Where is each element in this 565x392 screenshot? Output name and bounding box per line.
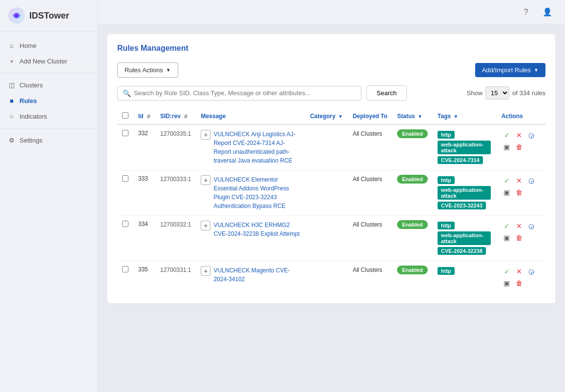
cell-tags: httpweb-application-attackCVE-2024-7314 [433,124,497,170]
action-row-1: ✓ ✕ ◶ [502,175,537,186]
help-icon[interactable]: ? [518,4,534,20]
archive-icon[interactable]: ◶ [526,266,537,277]
expand-button[interactable]: + [201,175,210,185]
sort-id-icon[interactable]: ⇵ [146,114,150,119]
user-icon[interactable]: 👤 [540,4,555,20]
th-tags: Tags ▼ [433,108,497,124]
action-row-1: ✓ ✕ ◶ [502,221,537,231]
action-icons: ✓ ✕ ◶ ▣ 🗑 [502,130,541,152]
search-bar: 🔍 Search Show 15 25 50 of 334 rules [117,85,545,101]
search-icon: 🔍 [123,89,131,97]
delete-icon[interactable]: 🗑 [514,187,524,198]
total-count: of 334 rules [512,89,545,97]
cell-actions: ✓ ✕ ◶ ▣ 🗑 [497,124,545,170]
select-all-checkbox[interactable] [122,112,128,119]
copy-icon[interactable]: ▣ [502,187,512,198]
tag[interactable]: http [438,222,455,229]
rules-table: Id ⇵ SID:rev ⇵ Message Category ▼ Deploy… [117,108,545,293]
show-label: Show [467,89,483,97]
expand-button[interactable]: + [201,130,210,140]
sidebar-item-indicators[interactable]: ○ Indicators [0,108,97,124]
copy-icon[interactable]: ▣ [502,232,512,243]
tag[interactable]: web-application-attack [438,141,491,154]
filter-tags-icon[interactable]: ▼ [454,114,459,119]
row-checkbox[interactable] [122,221,128,227]
disable-icon[interactable]: ✕ [514,175,524,186]
enable-icon[interactable]: ✓ [502,130,512,141]
status-badge: Enabled [397,175,428,184]
show-wrapper: Show 15 25 50 of 334 rules [467,86,545,100]
page-card: Rules Management Rules Actions ▼ Add/Imp… [107,34,555,303]
tag[interactable]: CVE-2024-32238 [438,247,486,255]
cell-actions: ✓ ✕ ◶ ▣ 🗑 [497,170,545,216]
action-icons: ✓ ✕ ◶ ▣ 🗑 [502,266,541,289]
indicators-icon: ○ [8,112,16,120]
tag[interactable]: web-application-attack [438,231,491,245]
row-checkbox[interactable] [122,130,128,136]
app-header: IDSTower [0,0,97,32]
archive-icon[interactable]: ◶ [526,221,537,231]
sidebar-item-rules-label: Rules [20,97,37,104]
message-text: VULNCHECK Anji Logistics AJ-Report CVE-2… [213,130,300,165]
cell-deployed: All Clusters [348,170,392,216]
sort-sid-icon[interactable]: ⇵ [184,114,188,119]
tag[interactable]: http [438,131,455,139]
rules-actions-button[interactable]: Rules Actions ▼ [117,62,178,78]
sidebar-item-rules[interactable]: ■ Rules [0,93,97,108]
search-input-wrap[interactable]: 🔍 [117,86,361,101]
delete-icon[interactable]: 🗑 [514,278,524,289]
delete-icon[interactable]: 🗑 [514,142,524,152]
delete-icon[interactable]: 🗑 [514,232,524,243]
disable-icon[interactable]: ✕ [514,266,524,277]
add-import-button[interactable]: Add/Import Rules ▼ [475,63,545,77]
cell-actions: ✓ ✕ ◶ ▣ 🗑 [497,216,545,261]
table-head: Id ⇵ SID:rev ⇵ Message Category ▼ Deploy… [117,108,545,124]
cell-category [305,170,348,216]
message-text: VULNCHECK H3C ERHMG2 CVE-2024-32238 Expl… [213,221,300,238]
th-checkbox [117,108,133,124]
tag[interactable]: CVE-2024-7314 [438,156,483,164]
enable-icon[interactable]: ✓ [502,175,512,186]
th-status: Status ▼ [392,108,433,124]
expand-button[interactable]: + [201,266,210,276]
search-button[interactable]: Search [366,85,407,101]
disable-icon[interactable]: ✕ [514,221,524,231]
sidebar-item-add-cluster[interactable]: + Add New Cluster [0,53,97,69]
nav-divider-1 [0,73,97,73]
cell-message: + VULNCHECK Elementor Essential Addons W… [196,170,305,216]
tag[interactable]: web-application-attack [438,186,491,200]
expand-button[interactable]: + [201,221,210,230]
table-row: 334 12700332:1 + VULNCHECK H3C ERHMG2 CV… [117,216,545,261]
tag[interactable]: CVE-2023-32243 [438,202,486,209]
archive-icon[interactable]: ◶ [526,175,537,186]
row-checkbox[interactable] [122,266,128,272]
svg-point-1 [15,14,19,18]
table-row: 332 12700335:1 + VULNCHECK Anji Logistic… [117,124,545,170]
home-icon: ⌂ [8,41,16,49]
cell-message: + VULNCHECK Magento CVE-2024-34102 [196,261,305,294]
show-select[interactable]: 15 25 50 [485,86,509,100]
cell-message: + VULNCHECK H3C ERHMG2 CVE-2024-32238 Ex… [196,216,305,261]
row-checkbox[interactable] [122,175,128,182]
copy-icon[interactable]: ▣ [502,142,512,152]
tag[interactable]: http [438,176,455,184]
cell-checkbox [117,216,133,261]
archive-icon[interactable]: ◶ [526,130,537,141]
enable-icon[interactable]: ✓ [502,221,512,231]
filter-category-icon[interactable]: ▼ [338,114,343,119]
disable-icon[interactable]: ✕ [514,130,524,141]
cell-deployed: All Clusters [348,124,392,170]
cell-tags: httpweb-application-attackCVE-2023-32243 [433,170,497,216]
sidebar-item-home[interactable]: ⌂ Home [0,38,97,53]
message-text: VULNCHECK Elementor Essential Addons Wor… [213,175,300,210]
enable-icon[interactable]: ✓ [502,266,512,277]
search-input[interactable] [134,89,356,97]
action-row-2: ▣ 🗑 [502,232,524,243]
sidebar-nav: ⌂ Home + Add New Cluster ◫ Clusters ■ Ru… [0,32,97,154]
copy-icon[interactable]: ▣ [502,278,512,289]
cell-message: + VULNCHECK Anji Logistics AJ-Report CVE… [196,124,305,170]
filter-status-icon[interactable]: ▼ [418,114,422,119]
sidebar-item-settings[interactable]: ⚙ Settings [0,132,97,148]
tag[interactable]: http [438,267,455,275]
sidebar-item-clusters[interactable]: ◫ Clusters [0,77,97,93]
